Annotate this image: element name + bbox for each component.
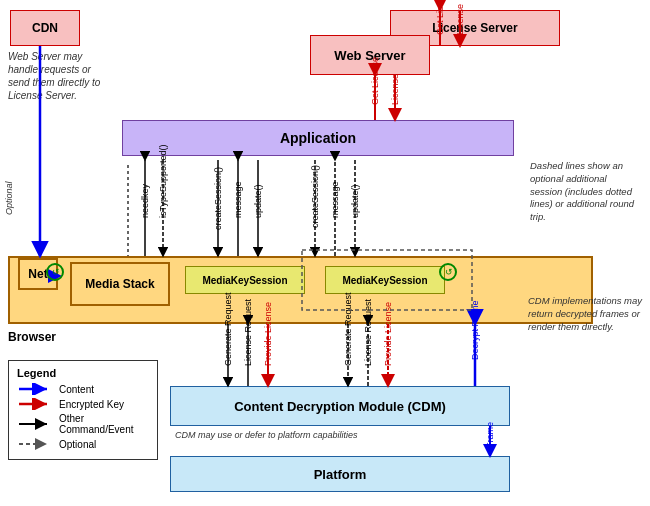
legend-other-label: OtherCommand/Event xyxy=(59,413,133,435)
legend-title: Legend xyxy=(17,367,149,379)
media-key-session-1-box: MediaKeySession xyxy=(185,266,305,294)
legend-encrypted-key: Encrypted Key xyxy=(17,398,149,410)
legend-encrypted-key-label: Encrypted Key xyxy=(59,399,124,410)
legend-box: Legend Content E xyxy=(8,360,158,460)
license-server-label: License Server xyxy=(432,21,517,35)
cdm-box: Content Decryption Module (CDM) xyxy=(170,386,510,426)
legend-optional: Optional xyxy=(17,438,149,450)
svg-text:message: message xyxy=(330,181,340,218)
svg-text:Optional: Optional xyxy=(4,180,14,215)
cdm-note: CDM may use or defer to platform capabil… xyxy=(175,430,375,440)
diagram-container: CDN License Server Web Server Applicatio… xyxy=(0,0,650,506)
svg-text:needkey: needkey xyxy=(140,183,150,218)
svg-text:License: License xyxy=(390,74,400,105)
legend-other: OtherCommand/Event xyxy=(17,413,149,435)
application-label: Application xyxy=(280,130,356,146)
svg-text:update(): update() xyxy=(253,184,263,218)
media-stack-box: Media Stack xyxy=(70,262,170,306)
media-key-session-2-box: MediaKeySession xyxy=(325,266,445,294)
legend-optional-label: Optional xyxy=(59,439,96,450)
cdn-note: Web Server may handle requests or send t… xyxy=(8,50,113,102)
svg-text:message: message xyxy=(233,181,243,218)
browser-label: Browser xyxy=(8,330,56,344)
browser-container: Net Media Stack MediaKeySession MediaKey… xyxy=(8,256,593,324)
svg-text:createSession(): createSession() xyxy=(213,167,223,230)
web-server-box: Web Server xyxy=(310,35,430,75)
net-box: Net xyxy=(18,258,58,290)
mks1-label: MediaKeySession xyxy=(202,275,287,286)
application-box: Application xyxy=(122,120,514,156)
cdm-side-note: CDM implementations may return decrypted… xyxy=(528,295,643,333)
svg-text:update(): update() xyxy=(350,184,360,218)
web-server-label: Web Server xyxy=(334,48,405,63)
media-stack-label: Media Stack xyxy=(85,277,154,291)
cdm-label: Content Decryption Module (CDM) xyxy=(234,399,446,414)
net-label: Net xyxy=(28,267,47,281)
dashed-note: Dashed lines show an optional additional… xyxy=(530,160,640,224)
legend-content-label: Content xyxy=(59,384,94,395)
platform-label: Platform xyxy=(314,467,367,482)
platform-box: Platform xyxy=(170,456,510,492)
cdn-label: CDN xyxy=(32,21,58,35)
legend-content: Content xyxy=(17,383,149,395)
cdn-box: CDN xyxy=(10,10,80,46)
mks2-label: MediaKeySession xyxy=(342,275,427,286)
svg-text:createSession(): createSession() xyxy=(310,165,320,228)
